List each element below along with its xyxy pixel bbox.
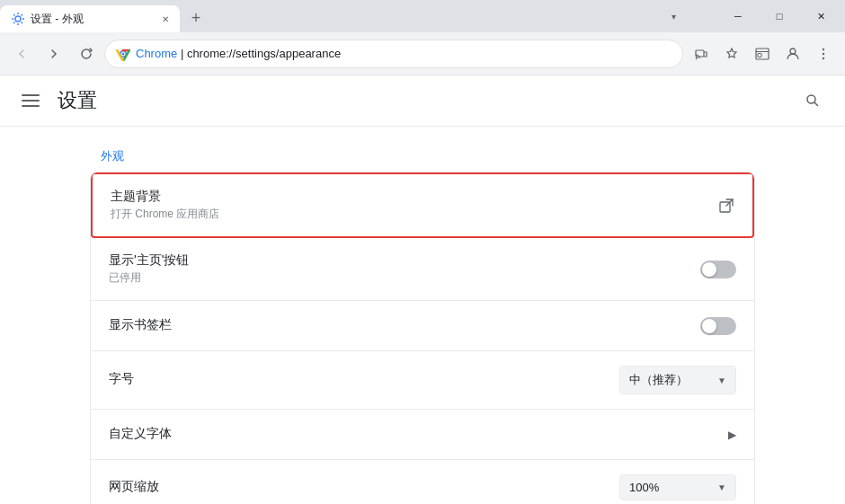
toolbar: Chrome | chrome://settings/appearance [0,32,845,75]
browser-window: 设置 - 外观 ✕ + ▾ ─ □ ✕ [0,0,845,504]
bookmarks-item: 显示书签栏 [91,301,754,351]
svg-rect-4 [696,50,704,57]
font-size-item: 字号 中（推荐） ▼ [91,351,754,410]
forward-icon [47,47,61,61]
theme-sublabel: 打开 Chrome 应用商店 [111,207,718,222]
reload-icon [79,47,93,61]
title-bar-drag-area [331,0,662,32]
custom-fonts-label: 自定义字体 [109,426,728,442]
theme-control[interactable] [718,198,734,214]
address-bar[interactable]: Chrome | chrome://settings/appearance [104,40,683,68]
font-size-dropdown[interactable]: 中（推荐） ▼ [619,366,736,394]
reload-button[interactable] [72,40,101,68]
bookmark-button[interactable] [717,40,746,68]
zoom-content: 网页缩放 [109,479,619,497]
close-button[interactable]: ✕ [800,2,841,31]
star-icon [725,47,739,61]
account-button[interactable] [778,40,807,68]
home-button-toggle[interactable] [700,261,736,279]
new-tab-button[interactable]: + [183,5,209,31]
chrome-logo-icon [116,47,130,61]
cast-icon [694,47,708,61]
settings-header: 设置 [0,75,845,127]
chevron-right-icon: ▶ [728,429,736,441]
chevron-down-icon: ▼ [717,376,726,385]
bookmarks-toggle[interactable] [700,317,736,335]
page-title: 设置 [58,87,784,114]
home-button-item: 显示'主页'按钮 已停用 [91,238,754,301]
active-tab[interactable]: 设置 - 外观 ✕ [0,5,180,32]
svg-point-9 [790,49,796,54]
chevron-down-icon: ▼ [717,482,726,492]
svg-point-5 [696,57,698,59]
home-button-label: 显示'主页'按钮 [109,252,700,269]
svg-line-14 [814,102,818,106]
font-size-control[interactable]: 中（推荐） ▼ [619,366,736,394]
tab-strip: 设置 - 外观 ✕ + [0,0,331,32]
font-size-label: 字号 [109,371,619,387]
window-controls: ▾ ─ □ ✕ [662,0,845,32]
save-to-chrome-button[interactable] [687,40,716,68]
account-icon [785,46,801,62]
zoom-control[interactable]: 100% ▼ [619,474,736,500]
theme-label: 主题背景 [111,189,718,205]
tab-favicon [11,12,25,26]
settings-content: 外观 主题背景 打开 Chrome 应用商店 [0,127,845,504]
theme-item[interactable]: 主题背景 打开 Chrome 应用商店 [91,172,754,238]
zoom-label: 网页缩放 [109,479,619,495]
zoom-dropdown[interactable]: 100% ▼ [619,474,736,500]
zoom-value: 100% [629,481,710,494]
theme-item-content: 主题背景 打开 Chrome 应用商店 [111,189,718,222]
main-area: 设置 外观 主题背景 打开 Chrome 应用商店 [0,75,845,504]
menu-button[interactable] [809,40,838,68]
svg-point-3 [122,52,125,55]
custom-fonts-content: 自定义字体 [109,426,728,444]
bookmarks-content: 显示书签栏 [109,317,700,335]
more-menu-icon [816,47,831,61]
forward-button[interactable] [40,40,68,68]
back-icon [14,47,29,61]
svg-point-11 [823,52,824,54]
font-size-content: 字号 [109,371,619,389]
back-button[interactable] [7,40,36,68]
sidebar-menu-button[interactable] [18,88,43,113]
maximize-button[interactable]: □ [759,2,800,31]
font-size-value: 中（推荐） [629,372,710,388]
tab-search-button[interactable] [748,40,777,68]
external-link-icon [718,198,734,214]
settings-page: 设置 外观 主题背景 打开 Chrome 应用商店 [0,75,845,504]
tab-icon [755,47,769,61]
search-icon [805,93,821,109]
svg-point-0 [15,16,21,22]
home-button-toggle-control[interactable] [700,261,736,279]
custom-fonts-control: ▶ [728,429,736,441]
tab-title: 设置 - 外观 [31,12,153,27]
settings-card: 主题背景 打开 Chrome 应用商店 [90,172,755,504]
bookmarks-label: 显示书签栏 [109,317,700,333]
title-bar: 设置 - 外观 ✕ + ▾ ─ □ ✕ [0,0,845,32]
svg-point-12 [823,57,824,58]
home-button-content: 显示'主页'按钮 已停用 [109,252,700,286]
minimize-button[interactable]: ─ [717,2,759,31]
toolbar-actions [687,40,838,68]
tab-close-button[interactable]: ✕ [158,12,173,26]
home-button-sublabel: 已停用 [109,270,700,286]
settings-search-button[interactable] [798,86,827,115]
custom-fonts-item[interactable]: 自定义字体 ▶ [91,410,754,460]
bookmarks-toggle-control[interactable] [700,317,736,335]
section-title: 外观 [90,148,755,164]
svg-rect-8 [758,53,761,57]
zoom-item: 网页缩放 100% ▼ [91,460,754,504]
address-site: Chrome | chrome://settings/appearance [136,47,672,60]
chevron-down-icon: ▾ [665,8,681,24]
svg-point-10 [823,48,824,49]
